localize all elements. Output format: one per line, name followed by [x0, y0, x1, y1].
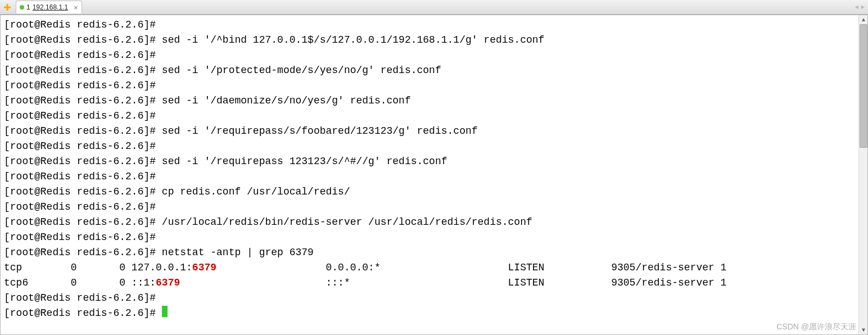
tab-bar: 1 192.168.1.1 × ◄ ► — [0, 0, 868, 15]
tab-nav-arrows: ◄ ► — [855, 4, 868, 11]
watermark: CSDN @愿许浪尽天涯 — [776, 322, 856, 332]
svg-rect-1 — [4, 6, 11, 8]
tab-nav-right-icon[interactable]: ► — [861, 4, 865, 11]
new-tab-button[interactable] — [1, 1, 13, 13]
plus-icon — [3, 3, 11, 11]
terminal-container: [root@Redis redis-6.2.6]# [root@Redis re… — [0, 15, 868, 335]
scroll-up-icon[interactable]: ▲ — [859, 15, 868, 24]
session-tab[interactable]: 1 192.168.1.1 × — [16, 1, 82, 13]
tab-index: 1 — [26, 3, 30, 11]
scroll-down-icon[interactable]: ▼ — [859, 325, 868, 334]
status-dot-icon — [20, 5, 24, 10]
scroll-thumb[interactable] — [860, 24, 867, 148]
tab-title: 192.168.1.1 — [33, 3, 68, 11]
tab-close-button[interactable]: × — [74, 3, 78, 12]
tab-nav-left-icon[interactable]: ◄ — [855, 4, 859, 11]
terminal-output[interactable]: [root@Redis redis-6.2.6]# [root@Redis re… — [1, 15, 867, 334]
scrollbar[interactable]: ▲ ▼ — [858, 15, 867, 334]
